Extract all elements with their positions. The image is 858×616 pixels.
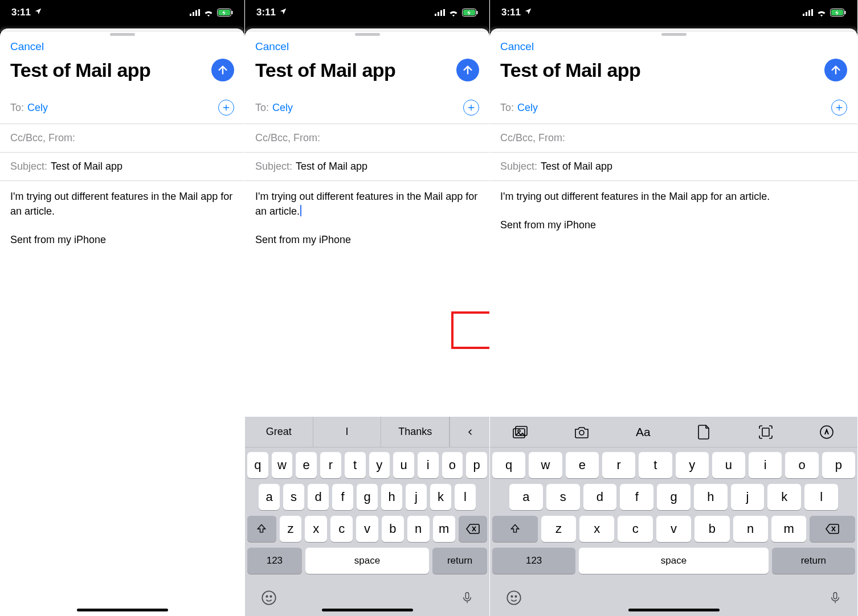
key-b[interactable]: b [382,516,404,542]
key-k[interactable]: k [430,484,451,510]
add-contact-button[interactable] [463,100,479,116]
key-t[interactable]: t [345,452,366,478]
numbers-key[interactable]: 123 [247,548,302,574]
text-format-button[interactable]: Aa [612,417,674,447]
key-q[interactable]: q [247,452,268,478]
return-key[interactable]: return [432,548,487,574]
key-y[interactable]: y [676,452,709,478]
key-h[interactable]: h [381,484,402,510]
add-contact-button[interactable] [218,100,234,116]
key-f[interactable]: f [332,484,353,510]
to-field[interactable]: To: Cely [490,92,857,124]
shift-key[interactable] [247,516,276,542]
send-button[interactable] [456,59,479,81]
key-e[interactable]: e [566,452,599,478]
key-e[interactable]: e [296,452,317,478]
subject-field[interactable]: Subject: Test of Mail app [245,153,489,181]
space-key[interactable]: space [579,548,768,574]
send-button[interactable] [824,59,847,81]
key-a[interactable]: a [509,484,543,510]
photo-library-button[interactable] [490,417,551,447]
markup-button[interactable] [796,417,858,447]
key-d[interactable]: d [308,484,329,510]
key-l[interactable]: l [455,484,476,510]
key-z[interactable]: z [541,516,576,542]
emoji-button[interactable] [261,590,277,608]
key-r[interactable]: r [602,452,635,478]
home-indicator[interactable] [628,609,720,611]
space-key[interactable]: space [305,548,430,574]
key-j[interactable]: j [731,484,765,510]
chevron-collapse-button[interactable] [450,417,489,447]
ccbcc-field[interactable]: Cc/Bcc, From: [490,124,857,153]
suggestion-3[interactable]: Thanks [381,417,450,447]
key-g[interactable]: g [357,484,378,510]
subject-field[interactable]: Subject: Test of Mail app [490,153,857,181]
document-button[interactable] [674,417,736,447]
key-x[interactable]: x [305,516,327,542]
key-c[interactable]: c [330,516,353,542]
key-v[interactable]: v [656,516,691,542]
cancel-button[interactable]: Cancel [500,40,534,52]
key-n[interactable]: n [733,516,768,542]
backspace-key[interactable] [459,516,488,542]
key-s[interactable]: s [283,484,304,510]
key-j[interactable]: j [406,484,427,510]
key-b[interactable]: b [694,516,729,542]
to-field[interactable]: To: Cely [245,92,489,124]
key-w[interactable]: w [272,452,293,478]
numbers-key[interactable]: 123 [492,548,575,574]
key-d[interactable]: d [583,484,617,510]
body-text[interactable]: I'm trying out different features in the… [490,181,857,240]
key-g[interactable]: g [657,484,691,510]
mic-button[interactable] [461,590,473,608]
camera-button[interactable] [551,417,613,447]
body-text[interactable]: I'm trying out different features in the… [0,181,244,255]
ccbcc-field[interactable]: Cc/Bcc, From: [245,124,489,153]
suggestion-1[interactable]: Great [245,417,313,447]
shift-key[interactable] [492,516,538,542]
key-a[interactable]: a [259,484,280,510]
to-field[interactable]: To: Cely [0,92,244,124]
key-o[interactable]: o [785,452,818,478]
key-i[interactable]: i [749,452,782,478]
key-f[interactable]: f [620,484,653,510]
scan-button[interactable] [735,417,796,447]
home-indicator[interactable] [77,609,168,611]
key-i[interactable]: i [418,452,439,478]
key-p[interactable]: p [822,452,855,478]
key-t[interactable]: t [639,452,672,478]
key-p[interactable]: p [466,452,487,478]
key-z[interactable]: z [280,516,302,542]
key-m[interactable]: m [433,516,455,542]
ccbcc-field[interactable]: Cc/Bcc, From: [0,124,244,153]
key-u[interactable]: u [393,452,414,478]
key-l[interactable]: l [804,484,838,510]
add-contact-button[interactable] [831,100,847,116]
key-k[interactable]: k [767,484,801,510]
key-s[interactable]: s [546,484,580,510]
key-x[interactable]: x [579,516,614,542]
body-text[interactable]: I'm trying out different features in the… [245,181,489,255]
cancel-button[interactable]: Cancel [255,40,289,52]
cancel-button[interactable]: Cancel [10,40,44,52]
key-o[interactable]: o [442,452,463,478]
key-r[interactable]: r [320,452,341,478]
key-h[interactable]: h [694,484,728,510]
key-w[interactable]: w [529,452,562,478]
mic-button[interactable] [829,590,841,608]
subject-field[interactable]: Subject: Test of Mail app [0,153,244,181]
return-key[interactable]: return [772,548,855,574]
emoji-button[interactable] [506,590,522,608]
backspace-key[interactable] [810,516,855,542]
key-n[interactable]: n [407,516,430,542]
key-u[interactable]: u [712,452,745,478]
key-c[interactable]: c [618,516,652,542]
key-v[interactable]: v [356,516,378,542]
send-button[interactable] [211,59,234,81]
key-y[interactable]: y [369,452,390,478]
key-m[interactable]: m [771,516,806,542]
suggestion-2[interactable]: I [313,417,382,447]
key-q[interactable]: q [492,452,525,478]
home-indicator[interactable] [322,609,413,611]
